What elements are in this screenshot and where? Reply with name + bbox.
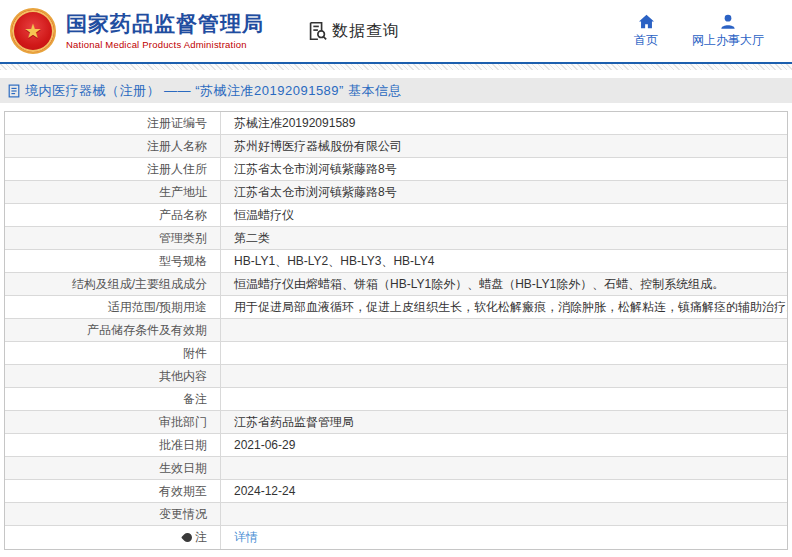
row-label: 注 [5,526,221,549]
table-row: 产品名称恒温蜡疗仪 [5,204,787,227]
row-value: 2021-06-29 [221,434,787,456]
row-value: 苏械注准20192091589 [221,112,787,134]
data-query-section[interactable]: 数据查询 [306,20,400,42]
row-label: 注册人住所 [5,158,221,180]
row-value [221,365,787,387]
row-label: 结构及组成/主要组成成分 [5,273,221,295]
row-value [221,388,787,410]
row-label: 产品名称 [5,204,221,226]
row-value: 恒温蜡疗仪 [221,204,787,226]
row-value: 2024-12-24 [221,480,787,502]
nav-item-home[interactable]: 首页 [634,14,658,49]
table-row: 管理类别第二类 [5,227,787,250]
row-label: 批准日期 [5,434,221,456]
table-row: 附件 [5,342,787,365]
row-value: HB-LY1、HB-LY2、HB-LY3、HB-LY4 [221,250,787,272]
breadcrumb: 境内医疗器械（注册） —— “苏械注准20192091589” 基本信息 [0,78,792,103]
page-title: 境内医疗器械（注册） —— “苏械注准20192091589” 基本信息 [25,82,402,100]
star-icon: ★ [24,21,42,41]
site-brand[interactable]: 国家药品监督管理局 National Medical Products Admi… [66,12,264,49]
header-nav: 首页 网上办事大厅 [634,14,764,49]
table-row: 有效期至2024-12-24 [5,480,787,503]
row-value: 江苏省太仓市浏河镇紫藤路8号 [221,158,787,180]
detail-link[interactable]: 详情 [234,529,258,546]
row-label: 备注 [5,388,221,410]
nav-item-label: 首页 [634,32,658,49]
row-value [221,503,787,525]
table-row: 注册证编号苏械注准20192091589 [5,112,787,135]
row-value: 恒温蜡疗仪由熔蜡箱、饼箱（HB-LY1除外）、蜡盘（HB-LY1除外）、石蜡、控… [221,273,787,295]
table-row: 适用范围/预期用途用于促进局部血液循环，促进上皮组织生长，软化松解瘢痕，消除肿胀… [5,296,787,319]
row-label: 变更情况 [5,503,221,525]
row-value: 第二类 [221,227,787,249]
row-label: 其他内容 [5,365,221,387]
row-value: 苏州好博医疗器械股份有限公司 [221,135,787,157]
row-label: 有效期至 [5,480,221,502]
row-label: 注册证编号 [5,112,221,134]
row-value: 用于促进局部血液循环，促进上皮组织生长，软化松解瘢痕，消除肿胀，松解粘连，镇痛解… [221,296,787,318]
page: { "header": { "title": "国家药品监督管理局", "sub… [0,0,792,557]
home-icon [638,14,655,29]
table-row: 注册人名称苏州好博医疗器械股份有限公司 [5,135,787,158]
nav-item-service-hall[interactable]: 网上办事大厅 [692,14,764,49]
table-row: 批准日期2021-06-29 [5,434,787,457]
table-row: 产品储存条件及有效期 [5,319,787,342]
table-row: 审批部门江苏省药品监督管理局 [5,411,787,434]
table-row: 其他内容 [5,365,787,388]
row-value [221,342,787,364]
table-row: 生效日期 [5,457,787,480]
nav-item-label: 网上办事大厅 [692,32,764,49]
table-row: 注册人住所江苏省太仓市浏河镇紫藤路8号 [5,158,787,181]
document-search-icon [306,20,328,42]
data-query-label: 数据查询 [332,21,400,42]
table-row: 结构及组成/主要组成成分恒温蜡疗仪由熔蜡箱、饼箱（HB-LY1除外）、蜡盘（HB… [5,273,787,296]
table-row: 型号规格HB-LY1、HB-LY2、HB-LY3、HB-LY4 [5,250,787,273]
hatch-divider [0,64,792,70]
row-label: 附件 [5,342,221,364]
person-icon [720,14,736,29]
row-value: 江苏省太仓市浏河镇紫藤路8号 [221,181,787,203]
row-label: 生产地址 [5,181,221,203]
row-label: 适用范围/预期用途 [5,296,221,318]
row-label: 审批部门 [5,411,221,433]
note-icon [181,531,194,544]
row-label: 型号规格 [5,250,221,272]
row-label: 注册人名称 [5,135,221,157]
table-row: 备注 [5,388,787,411]
info-table: 注册证编号苏械注准20192091589注册人名称苏州好博医疗器械股份有限公司注… [4,111,788,550]
table-row: 生产地址江苏省太仓市浏河镇紫藤路8号 [5,181,787,204]
site-header: ★ 国家药品监督管理局 National Medical Products Ad… [0,0,792,62]
site-subtitle: National Medical Products Administration [66,39,264,50]
table-row: 注详情 [5,526,787,549]
row-label: 生效日期 [5,457,221,479]
national-emblem-logo[interactable]: ★ [10,8,56,54]
site-title: 国家药品监督管理局 [66,12,264,36]
table-row: 变更情况 [5,503,787,526]
row-value [221,319,787,341]
row-value [221,457,787,479]
row-label: 管理类别 [5,227,221,249]
row-label: 产品储存条件及有效期 [5,319,221,341]
row-value: 详情 [221,526,787,549]
document-icon [8,84,25,98]
row-value: 江苏省药品监督管理局 [221,411,787,433]
